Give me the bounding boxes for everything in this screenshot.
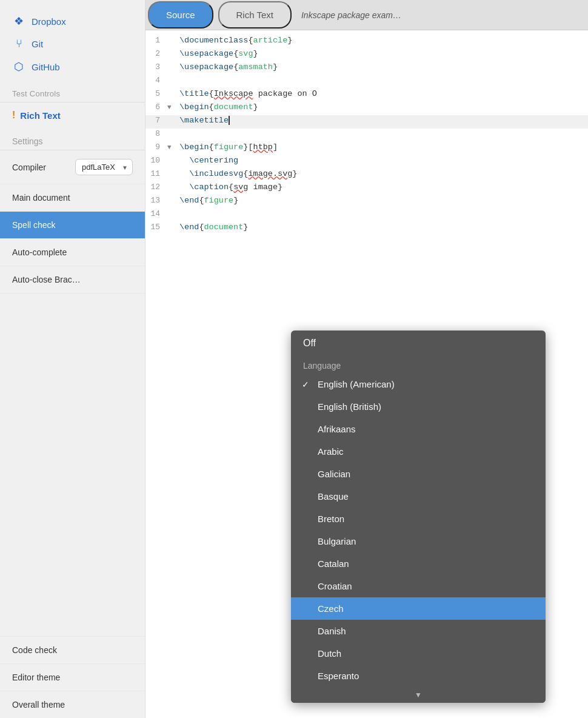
dropdown-item-english-british[interactable]: English (British) [291, 395, 546, 418]
settings-row-code-check[interactable]: Code check [0, 636, 145, 663]
dropdown-item-english-american[interactable]: English (American) [291, 373, 546, 395]
settings-label: Settings [0, 133, 145, 150]
compiler-select[interactable]: pdfLaTeX LaTeX XeLaTeX LuaLaTeX [75, 159, 133, 175]
settings-row-auto-complete[interactable]: Auto-complete [0, 239, 145, 266]
main-document-label: Main document [12, 193, 70, 203]
settings-row-auto-close-brackets[interactable]: Auto-close Brac… [0, 266, 145, 294]
code-line-15: 15 \end{document} [145, 222, 588, 235]
dropdown-item-danish[interactable]: Danish [291, 620, 546, 642]
tab-rich-text[interactable]: Rich Text [218, 1, 292, 29]
code-line-4: 4 [145, 75, 588, 89]
code-line-14: 14 [145, 209, 588, 222]
auto-close-brackets-label: Auto-close Brac… [12, 275, 81, 284]
rich-text-label: Rich Text [20, 110, 60, 121]
dropdown-item-dutch[interactable]: Dutch [291, 642, 546, 665]
sidebar-item-github[interactable]: ⬡ GitHub [0, 55, 145, 78]
compiler-select-wrapper[interactable]: pdfLaTeX LaTeX XeLaTeX LuaLaTeX [75, 159, 133, 175]
code-line-7: 7 \maketitle [145, 115, 588, 129]
settings-row-overall-theme[interactable]: Overall theme [0, 691, 145, 718]
settings-row-main-document[interactable]: Main document [0, 184, 145, 212]
dropdown-item-basque[interactable]: Basque [291, 485, 546, 508]
git-icon: ⑂ [12, 38, 25, 50]
code-line-13: 13 \end{figure} [145, 195, 588, 209]
code-line-1: 1 \documentclass{article} [145, 35, 588, 49]
tab-source[interactable]: Source [148, 1, 213, 29]
dropdown-item-bulgarian[interactable]: Bulgarian [291, 530, 546, 552]
dropdown-item-breton[interactable]: Breton [291, 508, 546, 530]
spell-check-label: Spell check [12, 220, 56, 230]
editor-panel: Source Rich Text Inkscape package exam… … [145, 0, 588, 718]
settings-row-editor-theme[interactable]: Editor theme [0, 663, 145, 691]
code-line-5: 5 \title{Inkscape package on O [145, 89, 588, 102]
code-line-2: 2 \usepackage{svg} [145, 49, 588, 62]
dropdown-item-esperanto[interactable]: Esperanto [291, 665, 546, 687]
dropdown-item-galician[interactable]: Galician [291, 463, 546, 485]
editor-header: Source Rich Text Inkscape package exam… [145, 0, 588, 30]
dropdown-item-arabic[interactable]: Arabic [291, 440, 546, 463]
code-line-10: 10 \centering [145, 155, 588, 169]
auto-complete-label: Auto-complete [12, 247, 67, 257]
settings-row-compiler: Compiler pdfLaTeX LaTeX XeLaTeX LuaLaTeX [0, 150, 145, 184]
dropdown-off-option[interactable]: Off [291, 330, 546, 356]
nav-section: ❖ Dropbox ⑂ Git ⬡ GitHub [0, 0, 145, 83]
exclaim-icon: ! [12, 110, 15, 121]
sidebar-item-dropbox[interactable]: ❖ Dropbox [0, 10, 145, 33]
code-line-11: 11 \includesvg{image.svg} [145, 169, 588, 182]
settings-section: Settings Compiler pdfLaTeX LaTeX XeLaTeX… [0, 127, 145, 294]
code-line-12: 12 \caption{svg image} [145, 182, 588, 195]
test-controls-label: Test Controls [0, 83, 145, 101]
dropbox-icon: ❖ [12, 15, 25, 28]
editor-title: Inkscape package exam… [294, 10, 409, 20]
git-label: Git [32, 39, 43, 49]
sidebar-item-rich-text[interactable]: ! Rich Text [0, 104, 145, 127]
dropdown-item-afrikaans[interactable]: Afrikaans [291, 418, 546, 440]
spell-check-dropdown: Off Language English (American) English … [291, 330, 546, 703]
compiler-label: Compiler [12, 163, 46, 172]
settings-row-spell-check[interactable]: Spell check [0, 212, 145, 239]
dropdown-group-label: Language [291, 356, 546, 373]
code-line-9: 9 ▼ \begin{figure}[htbp] [145, 142, 588, 155]
dropbox-label: Dropbox [32, 16, 66, 27]
code-line-6: 6 ▼ \begin{document} [145, 102, 588, 115]
sidebar: ❖ Dropbox ⑂ Git ⬡ GitHub Test Controls !… [0, 0, 145, 718]
divider-1 [0, 102, 145, 102]
dropdown-item-catalan[interactable]: Catalan [291, 552, 546, 575]
bottom-labels: Code check Editor theme Overall theme [0, 636, 145, 718]
dropdown-scroll-arrow: ▼ [291, 687, 546, 703]
github-icon: ⬡ [12, 60, 25, 73]
code-line-8: 8 [145, 129, 588, 142]
code-line-3: 3 \usepackage{amsmath} [145, 62, 588, 75]
blank-space [0, 294, 145, 636]
dropdown-item-croatian[interactable]: Croatian [291, 575, 546, 597]
github-label: GitHub [32, 62, 60, 72]
dropdown-item-czech[interactable]: Czech [291, 597, 546, 620]
sidebar-item-git[interactable]: ⑂ Git [0, 33, 145, 55]
